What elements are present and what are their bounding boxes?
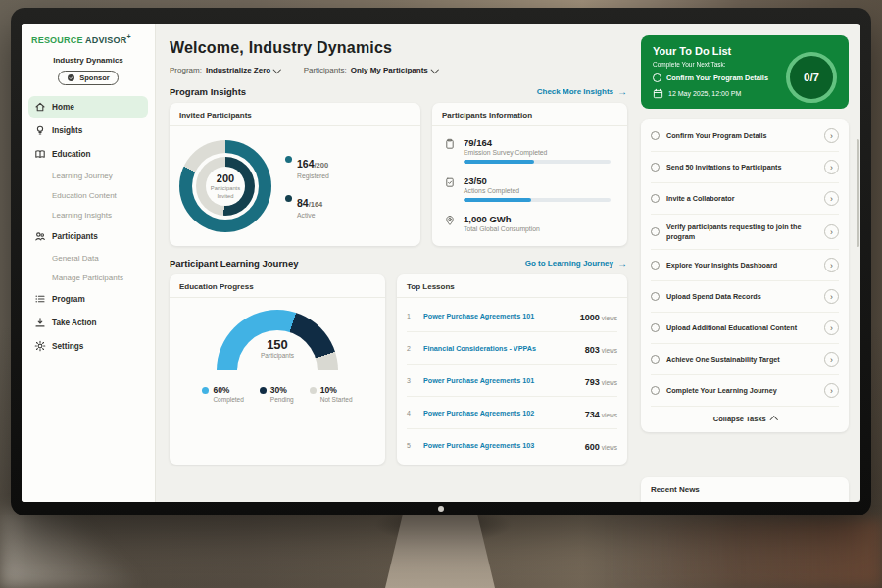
chevron-glyph: ›	[830, 323, 833, 333]
todo-summary-card: Your To Do List Complete Your Next Task:…	[641, 35, 849, 109]
task-row-verify-participants[interactable]: Verify participants requesting to join t…	[651, 215, 839, 250]
chevron-right-icon[interactable]: ›	[824, 160, 839, 174]
legend-label: Not Started	[320, 396, 353, 403]
task-row-achieve-sustainability-target[interactable]: Achieve One Sustainability Target ›	[651, 344, 839, 375]
legend-completed: 60% Completed	[202, 385, 243, 403]
task-row-upload-spend-data[interactable]: Upload Spend Data Records ›	[651, 281, 839, 313]
lesson-row[interactable]: 2 Financial Considerations - VPPAs 803vi…	[407, 332, 617, 365]
program-filter-label: Program:	[170, 66, 202, 74]
lesson-views-label: views	[602, 444, 617, 451]
chevron-down-icon	[273, 66, 281, 74]
sidebar-item-learning-journey[interactable]: Learning Journey	[28, 167, 148, 184]
task-checkbox[interactable]	[651, 227, 660, 236]
lesson-title-link[interactable]: Power Purchase Agreements 103	[423, 441, 577, 450]
gauge-center-value: 150	[217, 337, 338, 352]
task-checkbox[interactable]	[651, 261, 660, 270]
participants-filter[interactable]: Participants: Only My Participants	[304, 66, 438, 74]
legend-total: /164	[309, 200, 323, 209]
lesson-row[interactable]: 3 Power Purchase Agreements 101 793views	[407, 365, 617, 397]
lesson-row[interactable]: 4 Power Purchase Agreements 102 734views	[407, 397, 617, 429]
invited-participants-donut: 200 Participants Invited	[179, 140, 271, 232]
lesson-row[interactable]: 1 Power Purchase Agreements 101 1000view…	[407, 300, 617, 332]
task-checkbox[interactable]	[651, 386, 660, 395]
card-title: Invited Participants	[170, 103, 420, 126]
task-checkbox[interactable]	[651, 131, 660, 140]
nav-label: Insights	[52, 126, 82, 135]
task-row-confirm-program[interactable]: Confirm Your Program Details ›	[651, 121, 839, 152]
task-row-upload-educational-content[interactable]: Upload Additional Educational Content ›	[651, 313, 839, 344]
sidebar-item-general-data[interactable]: General Data	[28, 249, 148, 267]
lesson-title-link[interactable]: Power Purchase Agreements 101	[423, 312, 572, 320]
lesson-title-link[interactable]: Financial Considerations - VPPAs	[423, 344, 577, 353]
sidebar-item-participants[interactable]: Participants	[28, 225, 148, 247]
nav-label: Program	[52, 295, 85, 304]
stat-value: 23/50	[464, 175, 615, 186]
stat-global-consumption: 1,000 GWh Total Global Consumption	[444, 214, 615, 232]
chevron-glyph: ›	[830, 292, 833, 302]
home-icon	[34, 101, 46, 113]
chevron-right-icon[interactable]: ›	[824, 289, 839, 304]
task-checkbox[interactable]	[651, 323, 660, 332]
sidebar: RESOURCE ADVISOR+ Industry Dynamics Spon…	[22, 24, 156, 502]
task-checkbox[interactable]	[651, 355, 660, 364]
legend-value: 60%	[213, 385, 243, 395]
sidebar-item-insights[interactable]: Insights	[28, 120, 148, 141]
lesson-title-link[interactable]: Power Purchase Agreements 101	[423, 376, 577, 385]
task-label: Invite a Collaborator	[666, 194, 817, 204]
chevron-glyph: ›	[830, 163, 833, 172]
lesson-title-link[interactable]: Power Purchase Agreements 102	[423, 409, 577, 417]
chevron-right-icon[interactable]: ›	[824, 383, 839, 398]
lesson-views: 1000	[580, 313, 600, 322]
insights-cards-row: Invited Participants 200 Participants In…	[170, 103, 627, 246]
legend-value: 84	[297, 197, 309, 209]
sidebar-nav: Home Insights Education Learning Journey	[28, 96, 148, 357]
collapse-tasks-link[interactable]: Collapse Tasks	[651, 407, 839, 428]
sponsor-badge[interactable]: Sponsor	[58, 71, 118, 85]
lesson-views-label: views	[602, 379, 617, 386]
lesson-rank: 2	[407, 345, 416, 352]
sidebar-item-take-action[interactable]: Take Action	[28, 312, 148, 333]
progress-bar	[464, 160, 611, 164]
task-checkbox[interactable]	[651, 194, 660, 203]
todo-panel: Your To Do List Complete Your Next Task:…	[641, 24, 860, 502]
chevron-right-icon[interactable]: ›	[824, 352, 839, 367]
recent-news-card[interactable]: Recent News	[641, 477, 849, 502]
background-highlight	[0, 510, 137, 588]
task-row-invite-collaborator[interactable]: Invite a Collaborator ›	[651, 183, 839, 215]
nav-label: Manage Participants	[52, 273, 123, 282]
legend-dot	[310, 387, 317, 394]
chevron-right-icon[interactable]: ›	[824, 128, 839, 143]
scrollbar-thumb[interactable]	[857, 139, 859, 247]
chevron-right-icon[interactable]: ›	[824, 224, 839, 239]
donut-center-value: 200	[217, 172, 234, 184]
insights-icon	[34, 124, 46, 136]
progress-bar	[464, 198, 611, 202]
program-filter[interactable]: Program: Industrialize Zero	[170, 66, 280, 74]
task-checkbox[interactable]	[651, 163, 660, 172]
legend-dot	[202, 387, 209, 394]
sidebar-item-settings[interactable]: Settings	[28, 335, 148, 357]
lesson-row[interactable]: 5 Power Purchase Agreements 103 600views	[407, 429, 617, 461]
chevron-glyph: ›	[830, 131, 833, 141]
nav-label: Take Action	[52, 318, 97, 327]
chevron-right-icon[interactable]: ›	[824, 320, 839, 335]
legend-dot	[285, 195, 292, 202]
go-to-learning-journey-link[interactable]: Go to Learning Journey →	[525, 259, 627, 269]
sidebar-item-education-content[interactable]: Education Content	[28, 186, 148, 204]
sponsor-icon	[67, 74, 75, 82]
chevron-right-icon[interactable]: ›	[824, 191, 839, 206]
sidebar-item-program[interactable]: Program	[28, 288, 148, 310]
task-checkbox[interactable]	[651, 292, 660, 301]
chevron-right-icon[interactable]: ›	[824, 258, 839, 272]
task-row-complete-learning-journey[interactable]: Complete Your Learning Journey ›	[651, 375, 839, 407]
task-row-explore-insights[interactable]: Explore Your Insights Dashboard ›	[651, 250, 839, 281]
sidebar-item-learning-insights[interactable]: Learning Insights	[28, 206, 148, 223]
sidebar-item-manage-participants[interactable]: Manage Participants	[28, 269, 148, 286]
task-row-send-invitations[interactable]: Send 50 Invitations to Participants ›	[651, 152, 839, 183]
sidebar-item-home[interactable]: Home	[28, 96, 148, 118]
monitor-stand	[385, 514, 495, 588]
sidebar-item-education[interactable]: Education	[28, 143, 148, 165]
task-checkbox[interactable]	[653, 74, 662, 82]
scene: RESOURCE ADVISOR+ Industry Dynamics Spon…	[0, 0, 882, 588]
check-more-insights-link[interactable]: Check More Insights →	[537, 87, 627, 97]
